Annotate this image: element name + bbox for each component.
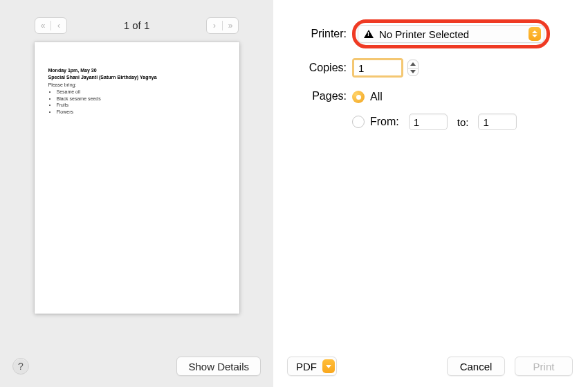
radio-all[interactable]	[352, 91, 365, 103]
bottom-bar: PDF Cancel Print	[287, 357, 573, 376]
pages-to-input[interactable]	[478, 114, 517, 130]
last-page-button[interactable]: »	[223, 18, 238, 33]
help-icon: ?	[18, 361, 24, 372]
preview-page: Monday 1pm, May 30 Special Shani Jayanti…	[35, 42, 239, 314]
chevron-up-icon	[532, 30, 538, 33]
stepper-up[interactable]	[408, 60, 418, 68]
printer-row: Printer: No Printer Selected	[287, 19, 569, 48]
doc-list-item: Fruits	[57, 102, 226, 108]
pdf-label: PDF	[296, 361, 317, 372]
warning-icon	[364, 30, 374, 38]
printer-value: No Printer Selected	[379, 28, 523, 40]
prev-page-group: « ‹	[35, 17, 67, 34]
copies-label: Copies:	[287, 62, 352, 74]
printer-highlight: No Printer Selected	[352, 19, 550, 48]
radio-range-label: From:	[370, 116, 399, 128]
doc-line2: Special Shani Jayanti (Saturn Birthday) …	[48, 74, 226, 80]
preview-page-wrap: Monday 1pm, May 30 Special Shani Jayanti…	[0, 38, 273, 314]
pages-all-row: All	[352, 87, 517, 107]
pages-label: Pages:	[287, 87, 352, 102]
printer-select[interactable]: No Printer Selected	[358, 25, 544, 43]
pages-row: Pages: All From: to:	[287, 87, 569, 132]
doc-list-item: Black sesame seeds	[57, 96, 226, 102]
doc-line1: Monday 1pm, May 30	[48, 67, 226, 73]
page-indicator: 1 of 1	[124, 19, 150, 31]
preview-panel: « ‹ 1 of 1 › » Monday 1pm, May 30 Specia…	[0, 0, 273, 387]
pdf-dropdown[interactable]: PDF	[287, 357, 337, 376]
chevron-right-icon: ›	[213, 21, 216, 30]
dropdown-knob	[322, 359, 335, 373]
chevron-down-icon	[532, 35, 538, 37]
preview-footer: ? Show Details	[0, 345, 273, 387]
options-panel: Printer: No Printer Selected Copies: Pag…	[273, 0, 588, 387]
printer-label: Printer:	[287, 28, 352, 40]
doc-list-item: Flowers	[57, 109, 226, 115]
copies-row: Copies:	[287, 58, 569, 78]
print-button[interactable]: Print	[515, 357, 573, 376]
right-buttons: Cancel Print	[447, 357, 573, 376]
chevron-down-icon	[410, 70, 416, 73]
next-page-group: › »	[206, 17, 239, 34]
copies-stepper[interactable]	[407, 60, 419, 76]
preview-nav-row: « ‹ 1 of 1 › »	[0, 0, 273, 38]
first-page-button[interactable]: «	[35, 18, 50, 33]
copies-input-wrap	[352, 58, 403, 78]
radio-all-label: All	[370, 91, 383, 103]
pages-to-label: to:	[457, 116, 469, 128]
dropdown-knob	[529, 27, 541, 41]
pages-from-input[interactable]	[409, 114, 448, 130]
chevron-double-right-icon: »	[228, 21, 233, 30]
copies-input[interactable]	[354, 60, 401, 75]
chevron-double-left-icon: «	[41, 21, 46, 30]
next-page-button[interactable]: ›	[207, 18, 222, 33]
show-details-button[interactable]: Show Details	[176, 357, 261, 376]
chevron-left-icon: ‹	[57, 21, 60, 30]
chevron-up-icon	[410, 62, 416, 66]
pages-range-row: From: to:	[352, 112, 517, 132]
doc-list-item: Sesame oil	[57, 89, 226, 95]
cancel-button[interactable]: Cancel	[447, 357, 505, 376]
doc-line3: Please bring:	[48, 82, 226, 88]
pages-radio-group: All From: to:	[352, 87, 517, 132]
radio-range[interactable]	[352, 116, 365, 128]
stepper-down[interactable]	[408, 69, 418, 76]
help-button[interactable]: ?	[12, 358, 29, 375]
chevron-down-icon	[326, 365, 331, 368]
prev-page-button[interactable]: ‹	[51, 18, 66, 33]
doc-list: Sesame oil Black sesame seeds Fruits Flo…	[57, 89, 226, 115]
